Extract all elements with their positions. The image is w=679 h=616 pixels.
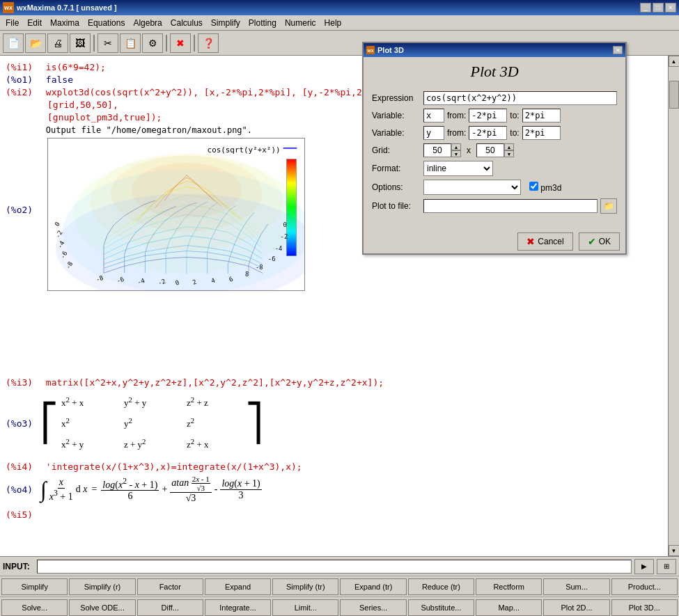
reduce-tr-btn[interactable]: Reduce (tr): [408, 578, 474, 595]
tb-print[interactable]: 🖨: [47, 33, 68, 53]
dialog-grid-y-down[interactable]: ▼: [504, 150, 514, 157]
integral-lhs-sign: ∫: [40, 478, 47, 500]
substitute-btn[interactable]: Substitute...: [408, 599, 474, 616]
factor-btn[interactable]: Factor: [137, 578, 203, 595]
maximize-button[interactable]: □: [653, 3, 664, 13]
expand-tr-btn[interactable]: Expand (tr): [340, 578, 406, 595]
tb-cut[interactable]: ✂: [97, 33, 118, 53]
simplify-btn[interactable]: Simplify: [1, 578, 68, 595]
menu-edit[interactable]: Edit: [23, 17, 46, 29]
rhs-term3-den: 3: [237, 490, 245, 501]
tb-help[interactable]: ❓: [198, 33, 219, 53]
menu-numeric[interactable]: Numeric: [281, 17, 320, 29]
dialog-grid-x-spinner[interactable]: ▲ ▼: [423, 143, 461, 157]
cell-o1-output: false: [46, 74, 73, 85]
tb-settings[interactable]: ⚙: [142, 33, 163, 53]
simplify-r-btn[interactable]: Simplify (r): [69, 578, 135, 595]
tb-copy[interactable]: 📋: [120, 33, 141, 53]
scroll-track[interactable]: [669, 67, 680, 545]
matrix-cell-2-0: x2 + y: [61, 437, 124, 450]
dialog-var2-from[interactable]: [469, 126, 507, 140]
menu-bar: File Edit Maxima Equations Algebra Calcu…: [0, 15, 679, 31]
rhs-term1-den: 6: [126, 491, 134, 502]
input-field[interactable]: [37, 560, 632, 574]
dialog-ok-button[interactable]: ✔ OK: [579, 232, 620, 251]
menu-algebra[interactable]: Algebra: [129, 17, 166, 29]
input-submit-btn[interactable]: ▶: [634, 559, 654, 574]
cell-o1-label: (%o1): [6, 74, 40, 85]
cell-i2-input: wxplot3d(cos(sqrt(x^2+y^2)), [x,-2*%pi,2…: [46, 87, 395, 97]
cell-i4-label: (%i4): [6, 461, 40, 472]
equals-sign: =: [91, 484, 97, 495]
dialog-var1-to[interactable]: [522, 109, 561, 123]
input-help-btn[interactable]: ⊞: [657, 559, 676, 574]
dialog-format-label: Format:: [372, 164, 421, 173]
map-btn[interactable]: Map...: [476, 599, 542, 616]
input-bar: INPUT: ▶ ⊞: [0, 556, 679, 576]
ok-label: OK: [599, 237, 611, 246]
scrollbar[interactable]: ▲ ▼: [668, 56, 679, 556]
dialog-options-select[interactable]: [423, 180, 521, 195]
sum-btn[interactable]: Sum...: [543, 578, 609, 595]
bottom-row-2: Solve... Solve ODE... Diff... Integrate.…: [0, 597, 679, 616]
product-btn[interactable]: Product...: [611, 578, 678, 595]
dialog-grid-x[interactable]: [423, 143, 451, 157]
matrix-cell-1-2: z2: [187, 416, 242, 429]
menu-plotting[interactable]: Plotting: [244, 17, 281, 29]
menu-equations[interactable]: Equations: [84, 17, 129, 29]
tb-new[interactable]: 📄: [3, 33, 24, 53]
solve-btn[interactable]: Solve...: [1, 599, 68, 616]
menu-maxima[interactable]: Maxima: [46, 17, 84, 29]
dialog-var1-from[interactable]: [469, 109, 507, 123]
menu-file[interactable]: File: [1, 17, 23, 29]
dialog-pm3d-checkbox[interactable]: [529, 182, 538, 191]
dialog-grid-x-up[interactable]: ▲: [451, 143, 461, 150]
cell-i2-cont1-text: [grid,50,50],: [47, 100, 118, 110]
window-controls[interactable]: _ □ ✕: [640, 3, 676, 13]
diff-btn[interactable]: Diff...: [137, 599, 203, 616]
cell-i3-row: (%i3) matrix([x^2+x,y^2+y,z^2+z],[x^2,y^…: [6, 377, 662, 388]
scroll-thumb[interactable]: [669, 81, 679, 109]
dialog-var2-to[interactable]: [522, 126, 561, 140]
dialog-grid-y[interactable]: [476, 143, 504, 157]
tb-image[interactable]: 🖼: [70, 33, 91, 53]
dialog-expression-input[interactable]: [423, 91, 617, 105]
menu-calculus[interactable]: Calculus: [166, 17, 207, 29]
dialog-close-button[interactable]: ✕: [613, 46, 623, 54]
plot3d-btn[interactable]: Plot 3D...: [611, 599, 678, 616]
dialog-var2-name[interactable]: [423, 126, 444, 140]
rectform-btn[interactable]: Rectform: [476, 578, 542, 595]
dialog-grid-y-btns[interactable]: ▲ ▼: [504, 143, 514, 157]
dialog-app-icon: wx: [366, 46, 375, 54]
close-button[interactable]: ✕: [665, 3, 676, 13]
tb-open[interactable]: 📂: [25, 33, 46, 53]
menu-simplify[interactable]: Simplify: [207, 17, 244, 29]
dialog-cancel-button[interactable]: ✖ Cancel: [517, 232, 572, 251]
cell-i5-label: (%i5): [6, 510, 40, 520]
limit-btn[interactable]: Limit...: [272, 599, 338, 616]
minimize-button[interactable]: _: [640, 3, 651, 13]
dialog-var1-name[interactable]: [423, 109, 444, 123]
dialog-format-select[interactable]: inline window file: [423, 161, 493, 176]
series-btn[interactable]: Series...: [340, 599, 406, 616]
plot3d-dialog[interactable]: wx Plot 3D ✕ Plot 3D Expression Variable…: [362, 42, 627, 255]
tb-stop[interactable]: ✖: [170, 33, 191, 53]
dialog-grid-y-up[interactable]: ▲: [504, 143, 514, 150]
rhs-term3: log(x + 1) 3: [220, 478, 261, 501]
app-icon: wx: [3, 2, 14, 13]
dialog-file-input[interactable]: [423, 199, 598, 213]
dialog-file-browse-btn[interactable]: 📁: [600, 198, 617, 214]
plot2d-btn[interactable]: Plot 2D...: [543, 599, 609, 616]
simplify-tr-btn[interactable]: Simplify (tr): [272, 578, 338, 595]
matrix-cell-2-1: z + y2: [124, 437, 187, 450]
dialog-grid-x-down[interactable]: ▼: [451, 150, 461, 157]
integrate-btn[interactable]: Integrate...: [205, 599, 271, 616]
dialog-grid-y-spinner[interactable]: ▲ ▼: [476, 143, 514, 157]
menu-help[interactable]: Help: [320, 17, 346, 29]
cell-i3-input: matrix([x^2+x,y^2+y,z^2+z],[x^2,y^2,z^2]…: [46, 377, 384, 388]
scroll-up-button[interactable]: ▲: [669, 56, 680, 67]
solve-ode-btn[interactable]: Solve ODE...: [69, 599, 135, 616]
expand-btn[interactable]: Expand: [205, 578, 271, 595]
scroll-down-button[interactable]: ▼: [669, 545, 680, 556]
dialog-grid-x-btns[interactable]: ▲ ▼: [451, 143, 461, 157]
